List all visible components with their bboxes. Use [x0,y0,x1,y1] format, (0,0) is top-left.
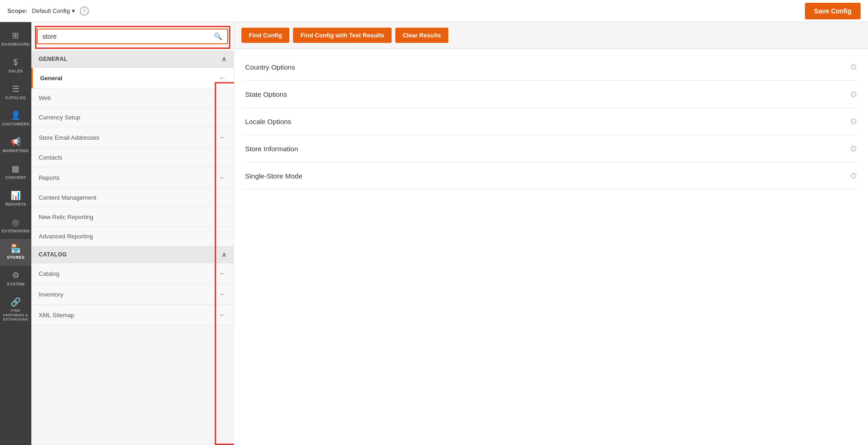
config-row-label: State Options [245,90,287,98]
sidebar-item-label: FIND PARTNERS & EXTENSIONS [2,309,29,322]
config-item-advanced-reporting[interactable]: Advanced Reporting [31,227,234,246]
marketing-icon: 📢 [11,138,21,146]
main-layout: ⊞ DASHBOARD $ SALES ☰ CATALOG 👤 CUSTOMER… [0,22,868,445]
catalog-section-header[interactable]: CATALOG ∧ [31,246,234,263]
scope-label: Scope: [7,7,27,14]
search-input[interactable] [42,33,214,40]
config-item-contacts[interactable]: Contacts [31,148,234,167]
sidebar-item-label: CATALOG [5,95,26,101]
chevron-up-icon: ∧ [222,55,227,63]
config-item-inventory[interactable]: Inventory ← [31,284,234,305]
sidebar-item-extensions[interactable]: ◎ EXTENSIONS [0,213,31,239]
config-item-xml-sitemap[interactable]: XML Sitemap ← [31,305,234,326]
system-icon: ⚙ [12,271,19,279]
clear-results-button[interactable]: Clear Results [395,28,448,43]
expand-icon: ⊙ [850,171,857,181]
config-item-currency-setup[interactable]: Currency Setup [31,108,234,127]
extensions-icon: ◎ [12,218,19,226]
sales-icon: $ [13,58,18,66]
arrow-icon: ← [219,133,226,142]
config-row-label: Single-Store Mode [245,172,302,180]
sidebar-item-label: MARKETING [2,148,29,154]
config-row-state-options[interactable]: State Options ⊙ [243,81,859,108]
config-item-label: Catalog [39,270,59,277]
config-item-label: Store Email Addresses [39,134,100,141]
config-row-label: Locale Options [245,118,291,125]
chevron-up-icon: ∧ [222,251,227,258]
config-item-label: Reports [39,174,60,181]
search-area: 🔍 [31,22,234,51]
config-item-label: Currency Setup [39,114,80,121]
config-row-label: Country Options [245,63,295,71]
expand-icon: ⊙ [850,143,857,154]
search-icon[interactable]: 🔍 [214,32,223,41]
reports-icon: 📊 [11,191,21,200]
search-box: 🔍 [37,29,228,44]
expand-icon: ⊙ [850,89,857,99]
sidebar-item-stores[interactable]: 🏪 STORES [0,239,31,266]
config-sidebar: 🔍 GENERAL ∧ General ← Web [31,22,234,326]
topbar: Scope: Default Config ▾ ? Save Config [0,0,868,22]
find-config-text-button[interactable]: Find Config with Text Results [293,28,392,43]
config-row-single-store-mode[interactable]: Single-Store Mode ⊙ [243,162,859,190]
config-item-catalog[interactable]: Catalog ← [31,263,234,284]
sidebar-item-dashboard[interactable]: ⊞ DASHBOARD [0,26,31,53]
arrow-icon: ← [219,74,226,82]
config-item-content-management[interactable]: Content Management [31,188,234,208]
sidebar-item-label: SALES [8,69,23,74]
sidebar-item-label: EXTENSIONS [2,229,30,234]
sidebar-item-label: STORES [7,255,25,260]
arrow-icon: ← [219,290,226,298]
config-row-store-information[interactable]: Store Information ⊙ [243,135,859,162]
topbar-left: Scope: Default Config ▾ ? [7,6,89,16]
general-section-header[interactable]: GENERAL ∧ [31,51,234,68]
config-item-label: Inventory [39,291,63,298]
content-area: Find Config Find Config with Text Result… [234,22,868,445]
config-row-country-options[interactable]: Country Options ⊙ [243,53,859,81]
sidebar-item-catalog[interactable]: ☰ CATALOG [0,79,31,106]
catalog-icon: ☰ [12,85,19,93]
config-sections: Country Options ⊙ State Options ⊙ Locale… [234,49,868,445]
config-row-locale-options[interactable]: Locale Options ⊙ [243,108,859,135]
customers-icon: 👤 [11,111,21,119]
content-toolbar: Find Config Find Config with Text Result… [234,22,868,49]
config-item-reports[interactable]: Reports ← [31,167,234,188]
dashboard-icon: ⊞ [12,31,19,40]
arrow-icon: ← [219,269,226,278]
config-item-label: Content Management [39,194,96,201]
config-item-label: Advanced Reporting [39,233,93,240]
find-partners-icon: 🔗 [11,298,21,306]
sidebar-item-find-partners[interactable]: 🔗 FIND PARTNERS & EXTENSIONS [0,292,31,327]
find-config-button[interactable]: Find Config [241,28,289,43]
sidebar-item-label: SYSTEM [7,282,25,287]
config-item-label: General [40,75,62,82]
chevron-down-icon: ▾ [72,7,75,14]
help-icon[interactable]: ? [80,6,89,16]
scope-dropdown[interactable]: Default Config ▾ [32,7,75,14]
expand-icon: ⊙ [850,116,857,126]
config-item-label: Web [39,95,51,101]
config-item-new-relic[interactable]: New Relic Reporting [31,208,234,227]
config-item-label: Contacts [39,154,62,161]
sidebar-nav: ⊞ DASHBOARD $ SALES ☰ CATALOG 👤 CUSTOMER… [0,22,31,445]
sidebar-item-label: DASHBOARD [1,42,29,47]
sidebar-item-content[interactable]: ▦ CONTENT [0,159,31,186]
arrow-icon: ← [219,311,226,319]
sidebar-item-reports[interactable]: 📊 REPORTS [0,186,31,213]
sidebar-item-marketing[interactable]: 📢 MARKETING [0,132,31,159]
stores-icon: 🏪 [11,244,21,253]
config-item-label: XML Sitemap [39,312,75,319]
save-config-button[interactable]: Save Config [805,3,861,19]
expand-icon: ⊙ [850,62,857,72]
sidebar-item-sales[interactable]: $ SALES [0,53,31,79]
config-row-label: Store Information [245,145,298,153]
arrow-icon: ← [219,173,226,182]
sidebar-item-system[interactable]: ⚙ SYSTEM [0,266,31,292]
sidebar-item-customers[interactable]: 👤 CUSTOMERS [0,106,31,132]
config-item-general[interactable]: General ← [31,68,234,89]
config-item-store-email[interactable]: Store Email Addresses ← [31,127,234,148]
catalog-section-title: CATALOG [39,251,67,258]
config-item-web[interactable]: Web [31,89,234,108]
content-icon: ▦ [12,165,19,173]
config-item-label: New Relic Reporting [39,214,94,220]
